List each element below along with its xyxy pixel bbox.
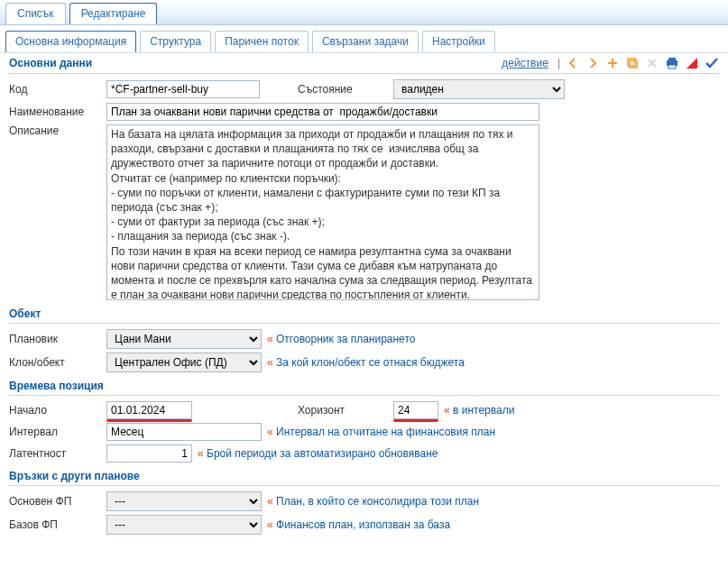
label-desc: Описание — [9, 124, 101, 137]
label-state: Състояние — [298, 83, 388, 96]
label-start: Начало — [9, 404, 101, 417]
svg-rect-3 — [668, 58, 676, 60]
latency-input[interactable] — [106, 444, 192, 463]
svg-rect-1 — [628, 59, 635, 66]
label-latency: Латентност — [9, 447, 101, 460]
toolbar: действие | — [502, 56, 719, 70]
mainfp-select[interactable]: --- — [106, 491, 262, 511]
print-icon[interactable] — [665, 56, 679, 70]
label-branch: Клон/обект — [9, 356, 101, 369]
label-interval: Интервал — [9, 426, 101, 438]
hint-latency: Брой периоди за автоматизирано обновяван… — [198, 447, 438, 460]
start-input[interactable] — [106, 401, 192, 419]
tab-main-info[interactable]: Основна информация — [5, 31, 136, 52]
hint-basefp: Финансов план, използван за база — [267, 518, 450, 531]
add-icon[interactable] — [605, 56, 620, 70]
svg-rect-4 — [668, 65, 676, 69]
delete-icon[interactable] — [645, 56, 659, 70]
label-mainfp: Основен ФП — [9, 495, 101, 508]
hint-interval: Интервал на отчитане на финансовия план — [267, 426, 495, 438]
interval-input[interactable] — [106, 423, 262, 441]
svg-rect-0 — [630, 60, 637, 68]
basefp-select[interactable]: --- — [106, 515, 262, 535]
tab-tasks[interactable]: Свързани задачи — [312, 31, 419, 52]
tab-settings[interactable]: Настройки — [422, 31, 495, 52]
label-horizon: Хоризонт — [298, 404, 388, 417]
hint-mainfp: План, в който се консолидира този план — [267, 495, 479, 508]
name-input[interactable] — [106, 103, 539, 121]
flag-icon[interactable] — [685, 56, 699, 70]
tab-cashflow[interactable]: Паричен поток — [215, 31, 309, 52]
desc-textarea[interactable]: На базата на цялата информация за приход… — [106, 124, 539, 300]
label-basefp: Базов ФП — [9, 518, 101, 531]
horizon-input[interactable] — [393, 401, 438, 419]
code-input[interactable] — [106, 80, 260, 98]
action-link[interactable]: действие — [502, 57, 548, 69]
section-links: Връзки с други планове — [9, 470, 140, 482]
hint-planner: Отговорник за планирането — [267, 333, 415, 345]
prev-icon[interactable] — [566, 56, 580, 70]
section-object: Обект — [9, 307, 41, 320]
copy-icon[interactable] — [625, 56, 640, 70]
state-select[interactable]: валиден — [393, 79, 565, 99]
next-icon[interactable] — [585, 56, 600, 70]
hint-horizon: в интервали — [444, 404, 514, 417]
branch-select[interactable]: Централен Офис (ПД) — [106, 353, 262, 372]
section-timepos: Времева позиция — [9, 380, 104, 392]
tab-structure[interactable]: Структура — [140, 31, 211, 52]
tab-list[interactable]: Списък — [5, 3, 66, 24]
label-name: Наименование — [9, 105, 101, 118]
hint-branch: За кой клон/обект се отнася бюджета — [267, 356, 465, 369]
toolbar-sep: | — [558, 57, 560, 69]
tab-edit[interactable]: Редактиране — [69, 3, 158, 24]
label-code: Код — [9, 83, 101, 96]
section-basic: Основни данни — [9, 57, 92, 69]
label-planner: Плановик — [9, 333, 101, 345]
top-tabs: Списък Редактиране — [0, 0, 728, 25]
planner-select[interactable]: Цани Мани — [106, 329, 262, 349]
confirm-icon[interactable] — [705, 56, 719, 70]
inner-tabs: Основна информация Структура Паричен пот… — [0, 25, 728, 53]
